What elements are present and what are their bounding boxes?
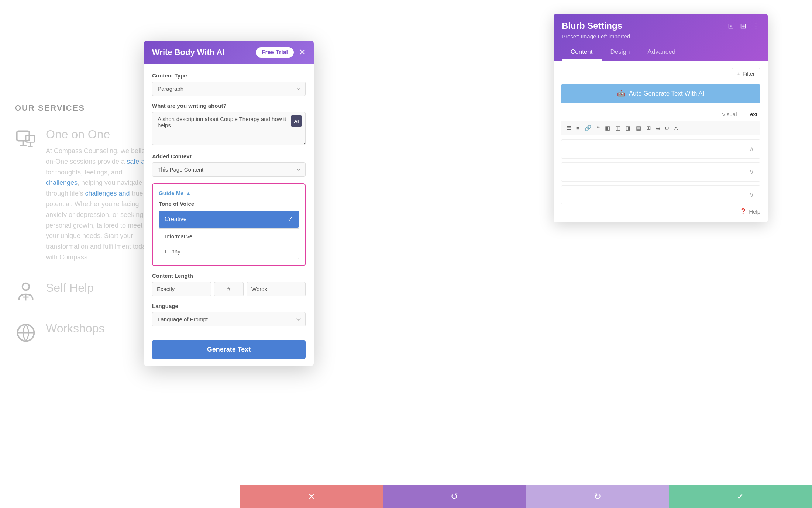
help-row: ❓ Help: [561, 208, 760, 215]
service-one-on-one-info: One on One At Compass Counseling, we bel…: [46, 128, 155, 263]
toolbar-underline[interactable]: U: [664, 124, 671, 132]
writing-about-label: What are you writing about?: [152, 103, 306, 109]
ai-badge-icon: AI: [291, 115, 302, 127]
action-redo-button[interactable]: ↻: [526, 485, 669, 508]
chevron-down-icon-3: ∨: [749, 191, 754, 199]
tone-dropdown-container: Creative ✓ Informative Funny: [159, 211, 299, 259]
blurb-preset: Preset: Image Left imported: [562, 33, 760, 39]
ai-icon: 🤖: [617, 90, 625, 98]
generate-text-button[interactable]: Generate Text: [152, 340, 306, 359]
visual-tab[interactable]: Visual: [719, 110, 740, 119]
workshops-icon: [15, 322, 37, 344]
toolbar-strike[interactable]: S: [655, 124, 661, 132]
content-type-select[interactable]: Paragraph List Heading: [152, 82, 306, 96]
tone-dropdown-options: Informative Funny: [159, 228, 299, 259]
blurb-header: Blurb Settings ⊡ ⊞ ⋮ Preset: Image Left …: [554, 14, 768, 61]
toolbar-color[interactable]: A: [673, 124, 679, 132]
action-confirm-button[interactable]: ✓: [669, 485, 812, 508]
one-on-one-icon: [15, 128, 37, 150]
service-item-one-on-one: One on One At Compass Counseling, we bel…: [15, 128, 155, 263]
guide-me-label[interactable]: Guide Me: [159, 190, 184, 196]
resize-icon[interactable]: ⊡: [728, 21, 734, 30]
collapsed-section-3[interactable]: ∨: [561, 185, 760, 204]
modal-body: Content Type Paragraph List Heading What…: [144, 64, 314, 366]
toolbar-link[interactable]: 🔗: [583, 124, 593, 132]
toolbar-align-left[interactable]: ◧: [603, 124, 612, 132]
tone-dropdown-selected[interactable]: Creative ✓: [159, 211, 299, 228]
writing-about-field: What are you writing about? A short desc…: [152, 103, 306, 146]
added-context-label: Added Context: [152, 153, 306, 159]
modal-header-right: Free Trial ✕: [256, 47, 306, 58]
editor-toolbar: ☰ ≡ 🔗 ❝ ◧ ◫ ◨ ▤ ⊞ S U A: [561, 121, 760, 135]
tab-design[interactable]: Design: [602, 45, 639, 61]
blurb-title-row: Blurb Settings ⊡ ⊞ ⋮: [562, 21, 760, 31]
language-select[interactable]: Language of Prompt English Spanish Frenc…: [152, 312, 306, 326]
auto-generate-label: Auto Generate Text With AI: [629, 90, 705, 97]
chevron-down-icon-1: ∧: [749, 145, 754, 153]
toolbar-quote[interactable]: ❝: [595, 124, 601, 132]
blurb-body: + Filter 🤖 Auto Generate Text With AI Vi…: [554, 61, 768, 222]
language-label: Language: [152, 303, 306, 309]
toolbar-align-right[interactable]: ◨: [624, 124, 632, 132]
filter-plus-icon: +: [737, 70, 740, 77]
content-length-number-input[interactable]: [214, 282, 244, 296]
filter-label: Filter: [743, 70, 755, 77]
guide-me-arrow-icon: ▲: [186, 190, 191, 196]
tone-option-informative[interactable]: Informative: [159, 229, 299, 244]
svg-point-6: [23, 283, 30, 290]
auto-generate-button[interactable]: 🤖 Auto Generate Text With AI: [561, 84, 760, 103]
added-context-field: Added Context This Page Content None Cus…: [152, 153, 306, 183]
content-type-label: Content Type: [152, 72, 306, 79]
action-bar: ✕ ↺ ↻ ✓: [240, 485, 812, 508]
svg-rect-0: [17, 131, 30, 141]
toolbar-table[interactable]: ⊞: [645, 124, 653, 132]
editor-row: Visual Text: [561, 110, 760, 119]
writing-about-textarea[interactable]: A short description about Couple Therapy…: [152, 112, 306, 145]
writing-about-wrapper: A short description about Couple Therapy…: [152, 112, 306, 146]
toolbar-list-ol[interactable]: ≡: [575, 124, 581, 132]
check-confirm-icon: ✓: [737, 491, 744, 502]
help-circle-icon: ❓: [740, 208, 747, 215]
tone-of-voice-label: Tone of Voice: [159, 201, 299, 207]
write-body-modal: Write Body With AI Free Trial ✕ Content …: [144, 41, 314, 366]
blurb-tabs: Content Design Advanced: [562, 45, 760, 61]
content-type-field: Content Type Paragraph List Heading: [152, 72, 306, 103]
tone-selected-value: Creative: [165, 216, 187, 222]
added-context-select[interactable]: This Page Content None Custom: [152, 162, 306, 177]
close-icon: ✕: [308, 491, 315, 502]
service-self-help-info: Self Help: [46, 281, 94, 299]
redo-icon: ↻: [594, 491, 601, 502]
service-item-self-help: Self Help: [15, 281, 155, 303]
check-icon: ✓: [288, 215, 293, 223]
content-length-unit-select[interactable]: Words Sentences Paragraphs: [247, 282, 306, 296]
more-icon[interactable]: ⋮: [752, 21, 760, 30]
modal-header: Write Body With AI Free Trial ✕: [144, 41, 314, 64]
tab-advanced[interactable]: Advanced: [639, 45, 684, 61]
action-close-button[interactable]: ✕: [240, 485, 383, 508]
action-undo-button[interactable]: ↺: [383, 485, 526, 508]
blurb-header-icons: ⊡ ⊞ ⋮: [728, 21, 760, 30]
service-item-workshops: Workshops: [15, 322, 155, 344]
self-help-icon: [15, 281, 37, 303]
text-tab[interactable]: Text: [744, 110, 760, 119]
language-field: Language Language of Prompt English Span…: [152, 303, 306, 333]
guide-me-section: Guide Me ▲ Tone of Voice Creative ✓ Info…: [152, 183, 306, 266]
toolbar-list-ul[interactable]: ☰: [565, 124, 572, 132]
modal-close-button[interactable]: ✕: [299, 48, 306, 56]
free-trial-badge[interactable]: Free Trial: [256, 47, 294, 58]
toolbar-align-center[interactable]: ◫: [614, 124, 622, 132]
our-services-label: OUR SERVICES: [15, 103, 155, 113]
service-self-help-title: Self Help: [46, 281, 94, 295]
toolbar-align-justify[interactable]: ▤: [634, 124, 643, 132]
grid-icon[interactable]: ⊞: [740, 21, 746, 30]
filter-button[interactable]: + Filter: [732, 68, 760, 79]
collapsed-section-2[interactable]: ∨: [561, 162, 760, 182]
content-length-type-select[interactable]: Exactly Around At Least At Most: [152, 282, 211, 296]
guide-me-header: Guide Me ▲: [159, 190, 299, 196]
tab-content[interactable]: Content: [562, 45, 602, 61]
tone-option-funny[interactable]: Funny: [159, 244, 299, 259]
content-length-row: Exactly Around At Least At Most Words Se…: [152, 282, 306, 296]
collapsed-section-1[interactable]: ∧: [561, 139, 760, 159]
content-length-section: Content Length Exactly Around At Least A…: [152, 273, 306, 296]
help-label[interactable]: Help: [749, 208, 760, 215]
